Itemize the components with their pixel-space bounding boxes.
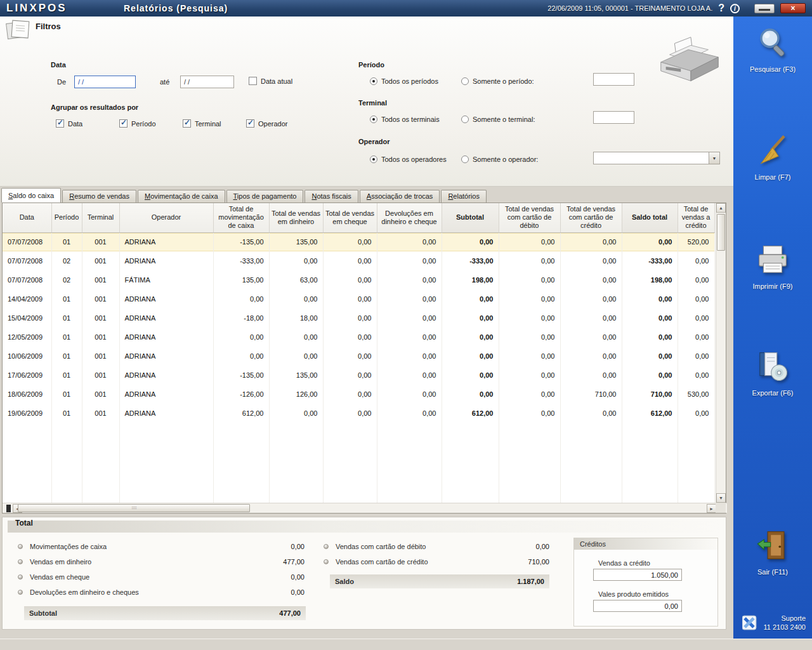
scroll-down-button[interactable]: ▼ <box>716 493 726 503</box>
cell: 0,00 <box>442 289 499 308</box>
todos-periodos-radio[interactable]: Todos os períodos <box>370 77 438 85</box>
column-header-total-de-vendas-em-cheque[interactable]: Total de vendas em cheque <box>323 203 377 232</box>
column-header-total-de-vendas-a-credito[interactable]: Total de vendas a crédito <box>678 203 714 232</box>
table-row[interactable]: 10/06/200901001ADRIANA0,000,000,000,000,… <box>3 347 714 366</box>
column-header-periodo[interactable]: Período <box>51 203 82 232</box>
total-item: Movimentações de caixa0,00 <box>18 539 304 554</box>
cell: 0,00 <box>442 232 499 251</box>
cell: 0,00 <box>269 347 323 366</box>
table-row[interactable]: 07/07/200801001ADRIANA-135,00135,000,000… <box>3 232 714 251</box>
vertical-scroll-thumb[interactable] <box>717 214 725 251</box>
tab-relatorios[interactable]: Relatórios <box>441 190 487 202</box>
total-item-value: 0,00 <box>244 573 304 581</box>
column-header-total-de-movimentacao-de-caixa[interactable]: Total de movimentação de caixa <box>213 203 269 232</box>
operador-dropdown[interactable]: ▼ <box>593 152 720 164</box>
table-row[interactable]: 07/07/200802001FÁTIMA135,0063,000,000,00… <box>3 270 714 289</box>
group-by-terminal-checkbox[interactable]: Terminal <box>183 119 221 128</box>
table-row[interactable]: 19/06/200901001ADRIANA612,000,000,000,00… <box>3 404 714 423</box>
cell: 001 <box>82 328 119 347</box>
horizontal-scroll-thumb[interactable] <box>18 504 250 512</box>
table-row[interactable]: 17/06/200901001ADRIANA-135,00135,000,000… <box>3 366 714 385</box>
checkbox-label: Operador <box>258 120 287 128</box>
somente-terminal-radio[interactable]: Somente o terminal: <box>461 116 535 123</box>
cell: 001 <box>82 289 119 308</box>
vales-produto-input[interactable] <box>593 600 682 612</box>
table-row[interactable]: 07/07/200802001ADRIANA-333,000,000,000,0… <box>3 251 714 270</box>
group-by-operador-checkbox[interactable]: Operador <box>246 119 287 128</box>
scroll-right-button[interactable]: ► <box>707 504 716 513</box>
column-header-total-de-vendas-em-dinheiro[interactable]: Total de vendas em dinheiro <box>269 203 323 232</box>
limpar-button[interactable]: Limpar (F7) <box>733 133 812 181</box>
horizontal-scrollbar[interactable]: ◄ ► <box>3 503 727 513</box>
tab-resumo-de-vendas[interactable]: Resumo de vendas <box>62 190 136 202</box>
totals-header-bar <box>8 521 722 533</box>
cell: ADRIANA <box>119 366 213 385</box>
cell: 520,00 <box>678 232 714 251</box>
cell: 612,00 <box>622 404 678 423</box>
table-row[interactable]: 14/04/200901001ADRIANA0,000,000,000,000,… <box>3 289 714 308</box>
exit-door-icon <box>756 528 790 564</box>
info-icon[interactable]: i <box>730 4 740 13</box>
pane-splitter[interactable] <box>6 505 11 512</box>
column-header-subtotal[interactable]: Subtotal <box>442 203 499 232</box>
close-button[interactable]: × <box>780 3 806 13</box>
somente-operador-radio[interactable]: Somente o operador: <box>461 156 538 163</box>
cell: 14/04/2009 <box>3 289 51 308</box>
scroll-up-button[interactable]: ▲ <box>716 203 726 213</box>
cell: 710,00 <box>560 385 622 404</box>
imprimir-button[interactable]: Imprimir (F9) <box>733 242 812 290</box>
table-row[interactable]: 12/05/200901001ADRIANA0,000,000,000,000,… <box>3 328 714 347</box>
date-from-input[interactable] <box>74 76 136 88</box>
terminal-input[interactable] <box>593 111 634 124</box>
table-row[interactable]: 18/06/200901001ADRIANA-126,00126,000,000… <box>3 385 714 404</box>
sair-button[interactable]: Sair (F11) <box>733 528 812 576</box>
tab-associacao-de-trocas[interactable]: Associação de trocas <box>360 190 440 202</box>
tab-notas-fiscais[interactable]: Notas fiscais <box>304 190 358 202</box>
cell: 02 <box>51 270 82 289</box>
exportar-label: Exportar (F6) <box>752 389 794 397</box>
cell: 0,00 <box>622 289 678 308</box>
group-by-periodo-checkbox[interactable]: Período <box>119 119 156 128</box>
todos-terminais-radio[interactable]: Todos os terminais <box>370 116 440 123</box>
pesquisar-button[interactable]: Pesquisar (F3) <box>733 25 812 73</box>
cell: 0,00 <box>622 308 678 328</box>
group-by-data-checkbox[interactable]: Data <box>56 119 82 128</box>
tab-saldo-do-caixa[interactable]: Saldo do caixa <box>1 188 61 202</box>
cell: 0,00 <box>323 347 377 366</box>
column-header-terminal[interactable]: Terminal <box>82 203 119 232</box>
todos-operadores-radio[interactable]: Todos os operadores <box>370 156 447 163</box>
column-header-operador[interactable]: Operador <box>119 203 213 232</box>
exportar-button[interactable]: Exportar (F6) <box>733 349 812 397</box>
vendas-a-credito-input[interactable] <box>593 569 682 581</box>
column-header-data[interactable]: Data <box>3 203 51 232</box>
cell: 0,00 <box>560 270 622 289</box>
cell: 0,00 <box>622 232 678 251</box>
cell: 198,00 <box>622 270 678 289</box>
cell: ADRIANA <box>119 385 213 404</box>
data-atual-checkbox[interactable]: Data atual <box>249 77 292 85</box>
checkbox-icon <box>249 77 257 85</box>
table-row[interactable]: 15/04/200901001ADRIANA-18,0018,000,000,0… <box>3 308 714 328</box>
help-icon[interactable]: ? <box>718 3 724 14</box>
printer-image <box>652 30 727 90</box>
chevron-down-icon[interactable]: ▼ <box>709 152 719 164</box>
creditos-box: Créditos Vendas a crédito Vales produto … <box>573 538 718 627</box>
cell: 126,00 <box>269 385 323 404</box>
minimize-button[interactable] <box>754 4 775 13</box>
tab-tipos-de-pagamento[interactable]: Tipos de pagamento <box>226 190 304 202</box>
cell: 01 <box>51 308 82 328</box>
somente-periodo-radio[interactable]: Somente o período: <box>461 77 534 85</box>
column-header-total-de-vendas-com-cartao-de-debito[interactable]: Total de vendas com cartão de débito <box>499 203 560 232</box>
date-to-input[interactable] <box>180 76 234 88</box>
column-header-devolucoes-em-dinheiro-e-cheque[interactable]: Devoluções em dinheiro e cheque <box>377 203 442 232</box>
checkbox-label: Terminal <box>195 120 221 128</box>
column-header-saldo-total[interactable]: Saldo total <box>622 203 678 232</box>
vertical-scrollbar[interactable]: ▲ ▼ <box>716 203 726 503</box>
radio-label: Somente o período: <box>473 77 534 85</box>
action-sidebar: Pesquisar (F3) Limpar (F7) <box>733 17 812 639</box>
column-header-total-de-vendas-com-cartao-de-credito[interactable]: Total de vendas com cartão de crédito <box>560 203 622 232</box>
periodo-input[interactable] <box>593 73 634 86</box>
tab-movimentacao-de-caixa[interactable]: Movimentação de caixa <box>138 190 225 202</box>
radio-label: Somente o operador: <box>473 156 538 163</box>
cell: 01 <box>51 404 82 423</box>
